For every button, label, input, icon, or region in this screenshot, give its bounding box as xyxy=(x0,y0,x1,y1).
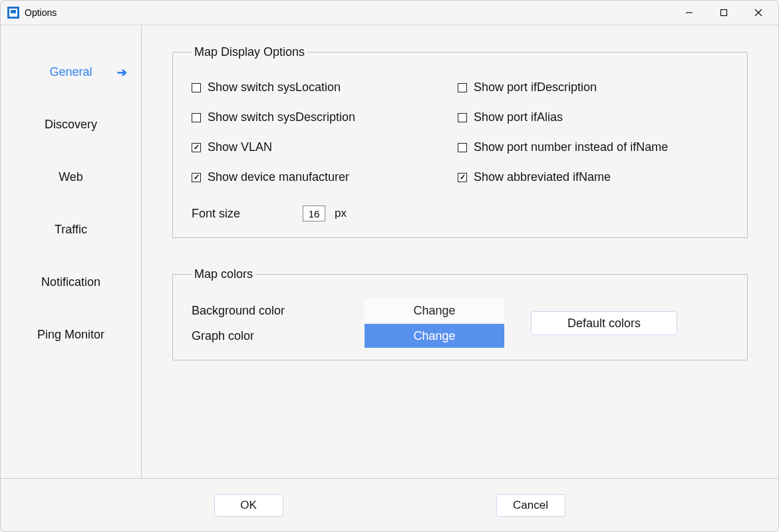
checkbox-show-abbrev-ifname[interactable]: Show abbreviated ifName xyxy=(458,170,732,184)
checkbox-show-vlan[interactable]: Show VLAN xyxy=(192,140,444,154)
checkbox-show-device-manufacturer[interactable]: Show device manufacturer xyxy=(192,170,444,184)
sidebar: General ➔ Discovery Web Traffic Notifica… xyxy=(1,25,142,478)
button-label: Change xyxy=(413,304,455,318)
background-color-label: Background color xyxy=(192,304,365,318)
checkbox-label: Show device manufacturer xyxy=(208,170,349,184)
sidebar-item-label: Traffic xyxy=(55,223,87,236)
window-title: Options xyxy=(25,7,57,18)
checkbox-icon xyxy=(192,173,201,182)
map-display-options-legend: Map Display Options xyxy=(192,45,307,59)
options-window: Options General ➔ Discovery Web xyxy=(0,0,779,532)
checkbox-label: Show abbreviated ifName xyxy=(474,170,611,184)
map-colors-body: Background color Change Default colors G… xyxy=(192,299,732,348)
font-size-row: Font size px xyxy=(192,205,732,221)
maximize-button[interactable] xyxy=(706,1,741,25)
map-colors-group: Map colors Background color Change Defau… xyxy=(172,267,748,360)
footer: OK Cancel xyxy=(1,478,778,531)
svg-rect-4 xyxy=(721,10,727,16)
checkbox-icon xyxy=(458,113,467,122)
close-button[interactable] xyxy=(741,1,776,25)
map-colors-legend: Map colors xyxy=(192,267,255,281)
checkbox-label: Show port ifAlias xyxy=(474,110,563,124)
content-area: General ➔ Discovery Web Traffic Notifica… xyxy=(1,25,778,478)
sidebar-item-discovery[interactable]: Discovery xyxy=(11,118,131,132)
change-background-color-button[interactable]: Change xyxy=(365,299,504,323)
default-colors-button[interactable]: Default colors xyxy=(531,311,677,335)
checkbox-icon xyxy=(192,113,201,122)
sidebar-item-web[interactable]: Web xyxy=(11,170,131,184)
sidebar-item-ping-monitor[interactable]: Ping Monitor xyxy=(11,328,131,342)
font-size-unit: px xyxy=(335,207,347,220)
checkbox-label: Show port number instead of ifName xyxy=(474,140,668,154)
button-label: Default colors xyxy=(567,317,641,331)
checkbox-show-port-ifalias[interactable]: Show port ifAlias xyxy=(458,110,732,124)
change-graph-color-button[interactable]: Change xyxy=(365,324,504,348)
checkbox-label: Show switch sysDescription xyxy=(208,110,355,124)
sidebar-item-label: Web xyxy=(59,170,83,184)
sidebar-item-label: Discovery xyxy=(45,118,97,131)
map-display-options-group: Map Display Options Show switch sysLocat… xyxy=(172,45,748,238)
sidebar-item-label: General xyxy=(49,65,92,78)
checkbox-icon xyxy=(192,143,201,152)
titlebar: Options xyxy=(1,1,778,25)
font-size-input[interactable] xyxy=(303,205,325,221)
sidebar-item-label: Ping Monitor xyxy=(37,328,104,341)
sidebar-item-traffic[interactable]: Traffic xyxy=(11,223,131,237)
checkbox-icon xyxy=(458,173,467,182)
checkbox-label: Show VLAN xyxy=(208,140,272,154)
checkbox-label: Show port ifDescription xyxy=(474,80,597,94)
cancel-button[interactable]: Cancel xyxy=(496,494,565,517)
app-icon xyxy=(7,7,19,19)
main-panel: Map Display Options Show switch sysLocat… xyxy=(142,25,778,478)
checkbox-show-switch-syslocation[interactable]: Show switch sysLocation xyxy=(192,80,444,94)
ok-button[interactable]: OK xyxy=(214,494,283,517)
map-display-grid: Show switch sysLocation Show port ifDesc… xyxy=(192,80,732,184)
checkbox-show-port-number[interactable]: Show port number instead of ifName xyxy=(458,140,732,154)
checkbox-show-port-ifdescription[interactable]: Show port ifDescription xyxy=(458,80,732,94)
checkbox-icon xyxy=(192,83,201,92)
graph-color-label: Graph color xyxy=(192,329,365,343)
checkbox-show-switch-sysdescription[interactable]: Show switch sysDescription xyxy=(192,110,444,124)
checkbox-label: Show switch sysLocation xyxy=(208,80,341,94)
checkbox-icon xyxy=(458,83,467,92)
checkbox-icon xyxy=(458,143,467,152)
font-size-label: Font size xyxy=(192,207,240,221)
button-label: Change xyxy=(413,329,455,343)
minimize-button[interactable] xyxy=(672,1,706,25)
sidebar-item-notification[interactable]: Notification xyxy=(11,275,131,289)
arrow-right-icon: ➔ xyxy=(117,65,127,80)
sidebar-item-general[interactable]: General ➔ xyxy=(11,65,131,79)
sidebar-item-label: Notification xyxy=(41,275,100,289)
svg-rect-2 xyxy=(11,10,16,13)
